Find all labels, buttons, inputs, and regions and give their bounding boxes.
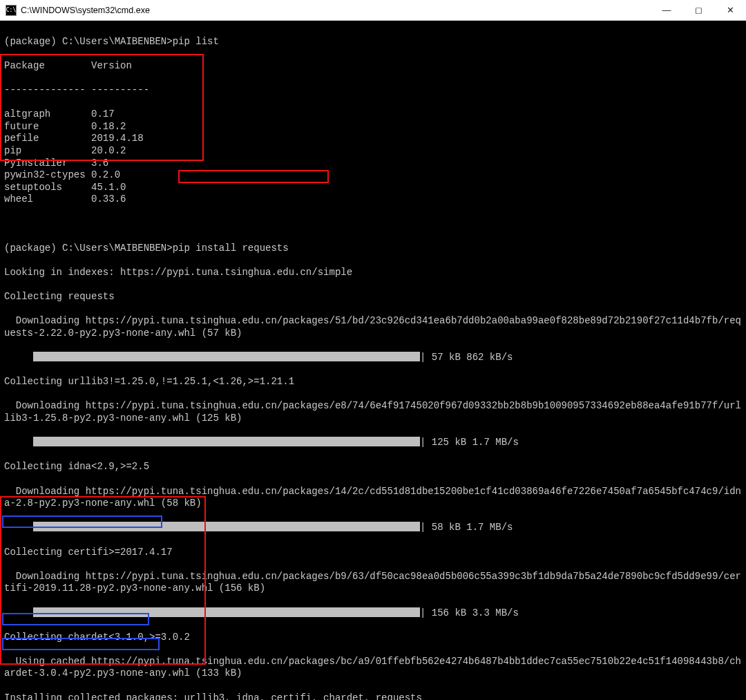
- output-line: Downloading https://pypi.tuna.tsinghua.e…: [4, 400, 742, 424]
- prompt-line: (package) C:\Users\MAIBENBEN>pip list: [4, 36, 742, 48]
- package-row: altgraph 0.17: [4, 108, 115, 121]
- prompt-line: (package) C:\Users\MAIBENBEN>pip install…: [4, 243, 742, 255]
- blank-line: [4, 218, 742, 231]
- progress-bar: | 125 kB 1.7 MB/s: [4, 437, 742, 449]
- output-line: Collecting certifi>=2017.4.17: [4, 547, 742, 559]
- package-row: setuptools 45.1.0: [4, 182, 126, 194]
- package-row: wheel 0.33.6: [4, 193, 126, 206]
- output-line: Downloading https://pypi.tuna.tsinghua.e…: [4, 571, 742, 595]
- progress-bar: | 156 kB 3.3 MB/s: [4, 607, 742, 620]
- minimize-button[interactable]: —: [651, 0, 682, 21]
- window-title: C:\WINDOWS\system32\cmd.exe: [21, 6, 150, 15]
- maximize-button[interactable]: ◻: [682, 0, 714, 21]
- pkg-header: Package Version: [4, 60, 742, 73]
- package-row: pip 20.0.2: [4, 145, 126, 158]
- window-titlebar: C:\ C:\WINDOWS\system32\cmd.exe — ◻ ✕: [0, 0, 746, 21]
- package-row: future 0.18.2: [4, 121, 126, 133]
- package-row: pefile 2019.4.18: [4, 133, 144, 145]
- output-line: Collecting idna<2.9,>=2.5: [4, 461, 742, 473]
- close-button[interactable]: ✕: [714, 0, 746, 21]
- output-line: Installing collected packages: urllib3, …: [4, 692, 742, 700]
- progress-bar: | 57 kB 862 kB/s: [4, 352, 742, 364]
- terminal-output[interactable]: (package) C:\Users\MAIBENBEN>pip list Pa…: [0, 21, 746, 700]
- pkg-sep: -------------- ----------: [4, 84, 742, 97]
- progress-bar: | 58 kB 1.7 MB/s: [4, 522, 742, 534]
- package-row: pywin32-ctypes 0.2.0: [4, 169, 120, 182]
- output-line: Downloading https://pypi.tuna.tsinghua.e…: [4, 315, 742, 339]
- output-line: Collecting requests: [4, 291, 742, 303]
- output-line: Downloading https://pypi.tuna.tsinghua.e…: [4, 486, 742, 510]
- output-line: Looking in indexes: https://pypi.tuna.ts…: [4, 267, 742, 279]
- output-line: Collecting urllib3!=1.25.0,!=1.25.1,<1.2…: [4, 376, 742, 388]
- output-line: Collecting chardet<3.1.0,>=3.0.2: [4, 632, 742, 644]
- output-line: Using cached https://pypi.tuna.tsinghua.…: [4, 656, 742, 680]
- package-row: PyInstaller 3.6: [4, 158, 108, 170]
- cmd-icon: C:\: [6, 5, 17, 16]
